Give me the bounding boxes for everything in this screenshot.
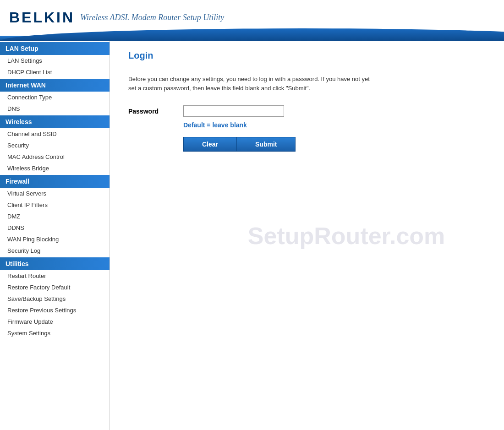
sidebar-item-connection-type[interactable]: Connection Type (0, 92, 110, 103)
default-hint: Default = leave blank (183, 121, 486, 129)
clear-button[interactable]: Clear (183, 137, 237, 152)
sidebar-item-restart-router[interactable]: Restart Router (0, 270, 110, 282)
brand-subtitle: Wireless ADSL Modem Router Setup Utility (80, 13, 224, 22)
header: BELKIN Wireless ADSL Modem Router Setup … (0, 0, 504, 41)
sidebar-category-firewall[interactable]: Firewall (0, 175, 110, 188)
sidebar-category-utilities[interactable]: Utilities (0, 257, 110, 270)
brand-logo: BELKIN (9, 9, 75, 26)
password-row: Password (128, 105, 486, 117)
sidebar-item-restore-factory-default[interactable]: Restore Factory Default (0, 282, 110, 293)
sidebar-item-save-backup-settings[interactable]: Save/Backup Settings (0, 293, 110, 305)
sidebar-item-client-ip-filters[interactable]: Client IP Filters (0, 199, 110, 211)
sidebar-item-dhcp-client-list[interactable]: DHCP Client List (0, 66, 110, 78)
submit-button[interactable]: Submit (237, 137, 296, 152)
watermark: SetupRouter.com (248, 222, 445, 250)
password-label: Password (128, 108, 183, 115)
sidebar-item-firmware-update[interactable]: Firmware Update (0, 316, 110, 327)
password-input[interactable] (183, 105, 284, 117)
sidebar-item-wireless-bridge[interactable]: Wireless Bridge (0, 163, 110, 174)
sidebar-item-channel-ssid[interactable]: Channel and SSID (0, 128, 110, 140)
sidebar-item-lan-settings[interactable]: LAN Settings (0, 55, 110, 66)
sidebar-item-security-log[interactable]: Security Log (0, 245, 110, 256)
sidebar-item-ddns[interactable]: DDNS (0, 222, 110, 234)
sidebar-item-system-settings[interactable]: System Settings (0, 327, 110, 339)
sidebar-category-lan-setup[interactable]: LAN Setup (0, 42, 110, 55)
sidebar-item-wan-ping-blocking[interactable]: WAN Ping Blocking (0, 234, 110, 245)
sidebar-item-mac-address-control[interactable]: MAC Address Control (0, 151, 110, 163)
sidebar-item-restore-previous-settings[interactable]: Restore Previous Settings (0, 305, 110, 316)
button-row: Clear Submit (183, 137, 486, 152)
sidebar-item-dns[interactable]: DNS (0, 103, 110, 114)
login-description: Before you can change any settings, you … (128, 75, 376, 93)
sidebar-item-virtual-servers[interactable]: Virtual Servers (0, 188, 110, 199)
sidebar: LAN Setup LAN Settings DHCP Client List … (0, 41, 110, 430)
sidebar-category-wireless[interactable]: Wireless (0, 115, 110, 128)
main-content-area: SetupRouter.com Login Before you can cha… (110, 41, 504, 430)
sidebar-category-internet-wan[interactable]: Internet WAN (0, 79, 110, 92)
sidebar-item-security[interactable]: Security (0, 140, 110, 151)
layout: LAN Setup LAN Settings DHCP Client List … (0, 41, 504, 430)
page-title: Login (128, 50, 486, 61)
sidebar-item-dmz[interactable]: DMZ (0, 211, 110, 222)
